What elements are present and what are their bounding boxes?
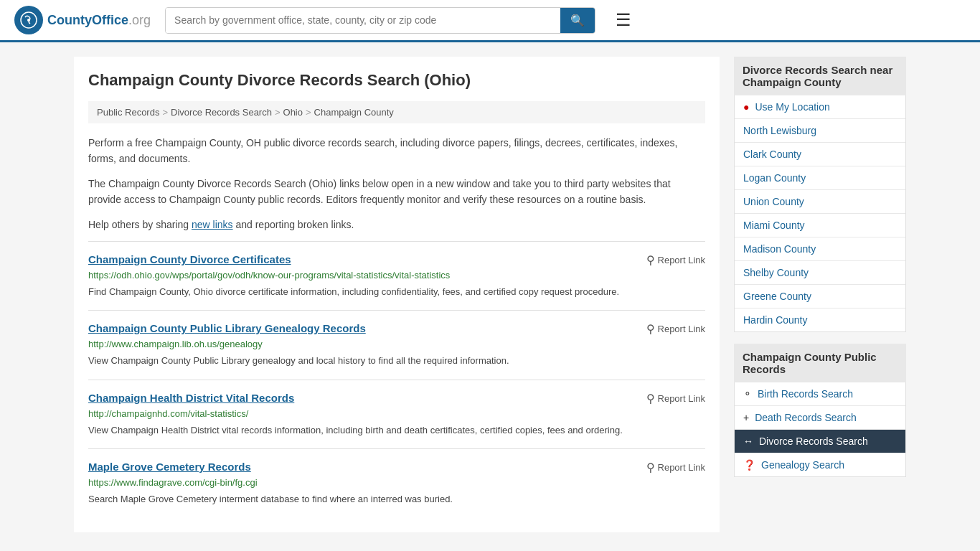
result-desc-1: Find Champaign County, Ohio divorce cert… [88,285,705,299]
breadcrumb-public-records[interactable]: Public Records [97,107,159,118]
result-desc-3: View Champaign Health District vital rec… [88,423,705,438]
result-item-2: Champaign County Public Library Genealog… [88,310,705,380]
site-header: CountyOffice.org 🔍 ☰ [0,0,980,42]
nearby-link-north-lewisburg[interactable]: North Lewisburg [743,125,816,136]
report-icon-3: ⚲ [646,392,655,405]
person-icon: ⚬ [743,388,752,400]
report-link-3[interactable]: ⚲ Report Link [646,392,705,405]
page-container: Champaign County Divorce Records Search … [60,42,920,547]
description-2: The Champaign County Divorce Records Sea… [88,176,705,208]
result-title-3[interactable]: Champaign Health District Vital Records [88,392,294,404]
nearby-hardin-county[interactable]: Hardin County [735,309,905,331]
result-item-3: Champaign Health District Vital Records … [88,380,705,449]
sidebar: Divorce Records Search near Champaign Co… [734,57,906,532]
nearby-shelby-county[interactable]: Shelby County [735,261,905,285]
public-records-birth[interactable]: ⚬ Birth Records Search [735,382,905,406]
public-records-list: ⚬ Birth Records Search + Death Records S… [734,382,906,477]
divorce-records-link[interactable]: Divorce Records Search [759,435,868,447]
public-records-genealogy[interactable]: ❓ Genealogy Search [735,453,905,476]
result-header-2: Champaign County Public Library Genealog… [88,322,705,336]
hamburger-menu[interactable]: ☰ [616,10,631,30]
nearby-section: Divorce Records Search near Champaign Co… [734,57,906,332]
result-header-3: Champaign Health District Vital Records … [88,392,705,405]
svg-point-1 [27,19,30,22]
death-records-link[interactable]: Death Records Search [755,412,857,423]
nearby-clark-county[interactable]: Clark County [735,143,905,166]
nearby-link-shelby-county[interactable]: Shelby County [743,267,809,278]
arrows-icon: ↔ [743,435,753,447]
page-title: Champaign County Divorce Records Search … [88,71,705,90]
description-1: Perform a free Champaign County, OH publ… [88,135,705,167]
breadcrumb-divorce-records[interactable]: Divorce Records Search [171,107,272,118]
nearby-link-madison-county[interactable]: Madison County [743,243,816,255]
nearby-location-link[interactable]: Use My Location [755,101,829,113]
public-records-section: Champaign County Public Records ⚬ Birth … [734,344,906,477]
nearby-north-lewisburg[interactable]: North Lewisburg [735,119,905,143]
location-icon: ● [743,101,749,113]
genealogy-search-link[interactable]: Genealogy Search [761,459,844,471]
public-records-divorce[interactable]: ↔ Divorce Records Search [735,430,905,453]
nearby-link-logan-county[interactable]: Logan County [743,172,806,184]
cross-icon: + [743,412,749,423]
search-input[interactable] [166,8,560,33]
result-item-1: Champaign County Divorce Certificates ⚲ … [88,241,705,311]
nearby-list: ● Use My Location North Lewisburg Clark … [734,95,906,332]
result-url-3[interactable]: http://champaignhd.com/vital-statistics/ [88,408,705,419]
logo-link[interactable]: CountyOffice.org [14,6,151,34]
breadcrumb-sep-2: > [275,107,281,118]
description-3: Help others by sharing new links and rep… [88,217,705,232]
birth-records-link[interactable]: Birth Records Search [758,388,853,400]
result-url-1[interactable]: https://odh.ohio.gov/wps/portal/gov/odh/… [88,270,705,281]
result-title-2[interactable]: Champaign County Public Library Genealog… [88,322,366,334]
results-list: Champaign County Divorce Certificates ⚲ … [88,241,705,518]
public-records-death[interactable]: + Death Records Search [735,406,905,430]
logo-text: CountyOffice.org [47,13,151,28]
nearby-link-greene-county[interactable]: Greene County [743,291,811,302]
report-link-2[interactable]: ⚲ Report Link [646,322,705,336]
report-icon-1: ⚲ [646,253,655,267]
nearby-link-clark-county[interactable]: Clark County [743,149,801,160]
search-bar: 🔍 [165,7,595,34]
breadcrumb-ohio[interactable]: Ohio [283,107,303,118]
nearby-section-title: Divorce Records Search near Champaign Co… [734,57,906,95]
report-icon-4: ⚲ [646,461,655,474]
nearby-link-miami-county[interactable]: Miami County [743,220,805,231]
nearby-greene-county[interactable]: Greene County [735,285,905,309]
breadcrumb-sep-3: > [306,107,311,118]
nearby-link-union-county[interactable]: Union County [743,196,804,207]
result-title-4[interactable]: Maple Grove Cemetery Records [88,461,251,473]
nearby-logan-county[interactable]: Logan County [735,166,905,190]
result-url-2[interactable]: http://www.champaign.lib.oh.us/genealogy [88,339,705,349]
logo-icon [14,6,43,34]
nearby-link-hardin-county[interactable]: Hardin County [743,314,808,326]
nearby-madison-county[interactable]: Madison County [735,237,905,261]
report-icon-2: ⚲ [646,322,655,336]
public-records-title: Champaign County Public Records [734,344,906,382]
breadcrumb: Public Records > Divorce Records Search … [88,101,705,123]
nearby-use-location[interactable]: ● Use My Location [735,95,905,119]
report-link-1[interactable]: ⚲ Report Link [646,253,705,267]
result-desc-4: Search Maple Grove Cemetery interment da… [88,492,705,507]
report-link-4[interactable]: ⚲ Report Link [646,461,705,474]
search-button[interactable]: 🔍 [560,8,595,33]
result-url-4[interactable]: https://www.findagrave.com/cgi-bin/fg.cg… [88,477,705,488]
nearby-union-county[interactable]: Union County [735,190,905,214]
nearby-miami-county[interactable]: Miami County [735,214,905,237]
result-desc-2: View Champaign County Public Library gen… [88,354,705,368]
main-content: Champaign County Divorce Records Search … [74,57,720,532]
question-icon: ❓ [743,459,755,471]
new-links-link[interactable]: new links [192,219,233,230]
breadcrumb-sep-1: > [162,107,168,118]
breadcrumb-current: Champaign County [314,107,394,118]
result-header-1: Champaign County Divorce Certificates ⚲ … [88,253,705,267]
result-item-4: Maple Grove Cemetery Records ⚲ Report Li… [88,448,705,518]
result-title-1[interactable]: Champaign County Divorce Certificates [88,253,291,265]
result-header-4: Maple Grove Cemetery Records ⚲ Report Li… [88,461,705,474]
